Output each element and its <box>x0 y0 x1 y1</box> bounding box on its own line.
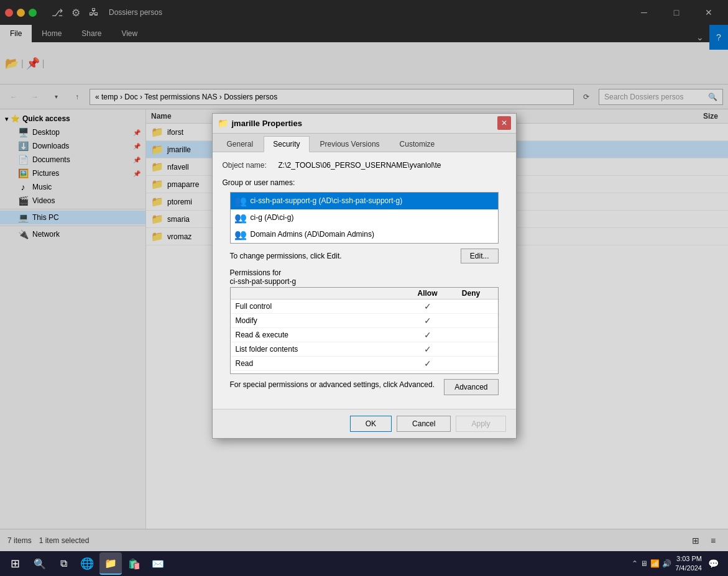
perm-name-modify: Modify <box>236 316 406 325</box>
taskbar-time-display: 3:03 PM <box>675 554 702 564</box>
user-icon-2: 👥 <box>234 229 247 240</box>
store-button[interactable]: 🛍️ <box>123 552 145 575</box>
user-icon-1: 👥 <box>234 212 247 224</box>
special-perm-text: For special permissions or advanced sett… <box>230 379 438 390</box>
dialog-title-icon: 📁 <box>218 118 228 128</box>
user-label-1: ci-g (AD\ci-g) <box>251 213 294 222</box>
perm-allow-read: ✓ <box>406 359 449 368</box>
taskbar-date-display: 7/4/2024 <box>675 564 702 573</box>
edit-button[interactable]: Edit... <box>461 249 499 263</box>
perm-allow-listfolder: ✓ <box>406 344 449 354</box>
perm-allow-fullcontrol: ✓ <box>406 301 449 311</box>
task-view-button[interactable]: ⧉ <box>52 552 75 575</box>
perm-col-allow-header: Allow <box>406 289 449 298</box>
network-tray-icon[interactable]: 📶 <box>650 559 660 568</box>
perm-name-read: Read <box>236 359 406 368</box>
dialog-footer: OK Cancel Apply <box>213 409 516 438</box>
dialog-close-button[interactable]: ✕ <box>497 116 511 130</box>
tab-general[interactable]: General <box>218 136 263 152</box>
apply-button[interactable]: Apply <box>456 416 505 432</box>
user-label-2: Domain Admins (AD\Domain Admins) <box>251 230 374 239</box>
perm-name-fullcontrol: Full control <box>236 302 406 311</box>
start-button[interactable]: ⊞ <box>2 552 27 575</box>
mail-button[interactable]: ✉️ <box>147 552 169 575</box>
advanced-button[interactable]: Advanced <box>444 379 498 395</box>
perm-row-modify: Modify ✓ <box>231 314 498 328</box>
permissions-table[interactable]: Allow Deny Full control ✓ Modify ✓ Read … <box>230 287 499 374</box>
taskbar-clock[interactable]: 3:03 PM 7/4/2024 <box>675 554 702 574</box>
taskbar-right: ⌃ 🖥 📶 🔊 3:03 PM 7/4/2024 💬 <box>632 554 726 574</box>
perm-col-deny-header: Deny <box>449 289 493 298</box>
ok-button[interactable]: OK <box>350 416 392 432</box>
user-list: 👥 ci-ssh-pat-support-g (AD\ci-ssh-pat-su… <box>230 192 499 244</box>
object-name-label: Object name: <box>223 161 279 170</box>
properties-dialog: 📁 jmarille Properties ✕ General Security… <box>212 113 517 439</box>
dialog-title-bar: 📁 jmarille Properties ✕ <box>213 114 516 134</box>
permissions-for-text: Permissions forci-ssh-pat-support-g <box>230 268 297 286</box>
user-icon-0: 👥 <box>234 195 247 207</box>
special-perm-note: For special permissions or advanced sett… <box>230 379 499 395</box>
permissions-for-label: Permissions forci-ssh-pat-support-g <box>230 268 499 286</box>
notification-button[interactable]: 💬 <box>706 559 721 569</box>
search-button[interactable]: 🔍 <box>29 552 51 575</box>
file-explorer-button[interactable]: 📁 <box>99 552 122 575</box>
system-tray: ⌃ 🖥 📶 🔊 <box>632 559 671 568</box>
perm-row-listfolder: List folder contents ✓ <box>231 342 498 357</box>
tab-customize[interactable]: Customize <box>390 136 445 152</box>
kb-icon: 🖥 <box>640 559 648 568</box>
user-item-0[interactable]: 👥 ci-ssh-pat-support-g (AD\ci-ssh-pat-su… <box>231 193 498 209</box>
user-item-1[interactable]: 👥 ci-g (AD\ci-g) <box>231 209 498 226</box>
user-item-2[interactable]: 👥 Domain Admins (AD\Domain Admins) <box>231 226 498 243</box>
group-label: Group or user names: <box>223 178 506 187</box>
perm-name-listfolder: List folder contents <box>236 345 406 354</box>
perm-allow-readexecute: ✓ <box>406 330 449 340</box>
perm-table-header: Allow Deny <box>231 288 498 299</box>
tab-security[interactable]: Security <box>264 136 309 152</box>
user-label-0: ci-ssh-pat-support-g (AD\ci-ssh-pat-supp… <box>251 196 403 205</box>
object-name-row: Object name: Z:\2_TOOLS\06_PERSO_USERNAM… <box>223 161 506 170</box>
perm-row-fullcontrol: Full control ✓ <box>231 299 498 314</box>
taskbar: ⊞ 🔍 ⧉ 🌐 📁 🛍️ ✉️ ⌃ 🖥 📶 🔊 3:03 PM 7/4/2024… <box>0 551 728 576</box>
permission-note-text: To change permissions, click Edit. <box>230 252 456 260</box>
object-name-value: Z:\2_TOOLS\06_PERSO_USERNAME\yvanlol\te <box>279 161 441 170</box>
perm-row-readexecute: Read & execute ✓ <box>231 328 498 342</box>
perm-allow-modify: ✓ <box>406 316 449 326</box>
dialog-content: Object name: Z:\2_TOOLS\06_PERSO_USERNAM… <box>213 152 516 409</box>
volume-icon[interactable]: 🔊 <box>662 559 671 568</box>
perm-row-read: Read ✓ <box>231 357 498 371</box>
perm-col-name-header <box>236 289 406 298</box>
cancel-button[interactable]: Cancel <box>397 416 451 432</box>
dialog-overlay: 📁 jmarille Properties ✕ General Security… <box>0 0 728 551</box>
dialog-tabs: General Security Previous Versions Custo… <box>213 134 516 152</box>
tab-previous-versions[interactable]: Previous Versions <box>311 136 389 152</box>
tray-chevron[interactable]: ⌃ <box>632 559 638 568</box>
permission-note: To change permissions, click Edit. Edit.… <box>230 249 499 263</box>
perm-name-readexecute: Read & execute <box>236 331 406 339</box>
edge-button[interactable]: 🌐 <box>76 552 98 575</box>
dialog-title-text: jmarille Properties <box>232 119 494 128</box>
